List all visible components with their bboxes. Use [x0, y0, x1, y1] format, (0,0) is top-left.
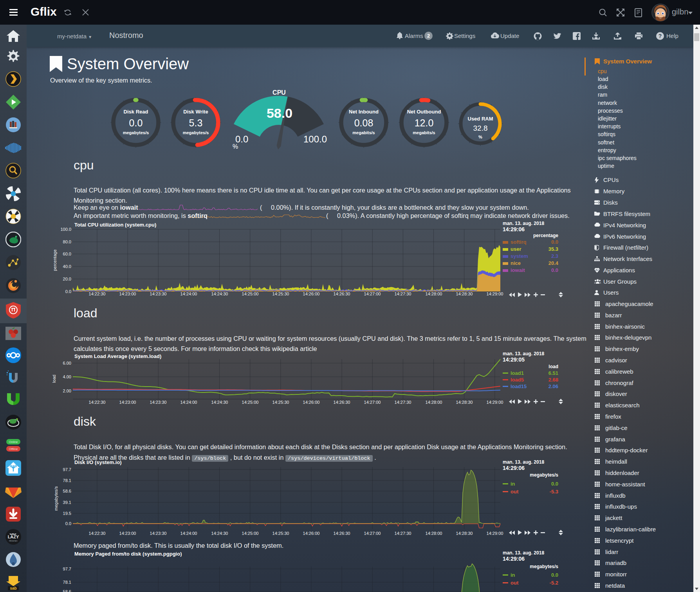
svg-text:LAZY: LAZY	[8, 534, 19, 539]
svg-text:sab: sab	[10, 586, 16, 590]
svg-text:librarian: librarian	[9, 540, 17, 542]
svg-text:?: ?	[659, 33, 662, 39]
svg-text:Online: Online	[9, 440, 18, 444]
svg-text:Offline: Offline	[9, 447, 18, 451]
